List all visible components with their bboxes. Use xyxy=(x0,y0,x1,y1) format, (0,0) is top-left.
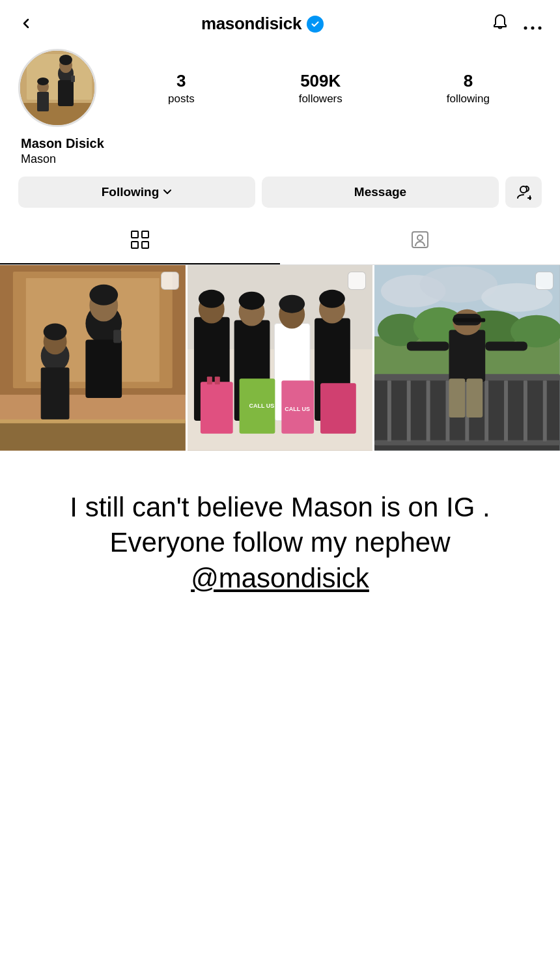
avatar[interactable] xyxy=(18,49,96,127)
top-bar: masondisick xyxy=(0,0,560,42)
back-button[interactable] xyxy=(18,14,34,35)
username-text: masondisick xyxy=(201,14,301,34)
svg-point-2 xyxy=(539,26,542,29)
bottom-text: I still can't believe Mason is on IG . E… xyxy=(26,490,534,597)
photo-select-3 xyxy=(535,272,553,290)
bottom-text-section: I still can't believe Mason is on IG . E… xyxy=(0,451,560,623)
tab-bar xyxy=(0,221,560,265)
following-button[interactable]: Following xyxy=(18,177,255,208)
svg-point-34 xyxy=(44,324,67,341)
svg-point-29 xyxy=(89,285,118,305)
photo-cell-3[interactable] xyxy=(374,265,560,451)
svg-rect-14 xyxy=(71,76,75,82)
svg-rect-85 xyxy=(407,341,449,350)
following-count: 8 xyxy=(464,71,473,91)
posts-stat[interactable]: 3 posts xyxy=(168,71,195,106)
display-name: Mason Disick xyxy=(21,136,539,151)
more-options-button[interactable] xyxy=(524,15,542,33)
notification-button[interactable] xyxy=(491,13,509,35)
svg-point-1 xyxy=(531,26,535,29)
grid-icon xyxy=(130,230,150,254)
svg-point-44 xyxy=(238,292,264,310)
mention-link[interactable]: @masondisick xyxy=(191,563,369,593)
tab-tagged[interactable] xyxy=(280,221,560,264)
photo-cell-1[interactable] xyxy=(0,265,186,451)
svg-rect-32 xyxy=(41,367,70,419)
message-label: Message xyxy=(354,185,406,199)
photo-select-2 xyxy=(348,272,366,290)
following-label: following xyxy=(447,92,490,106)
profile-section: 3 posts 509K followers 8 following Mason… xyxy=(0,42,560,208)
header-icons xyxy=(491,13,542,35)
svg-rect-53 xyxy=(214,376,219,384)
svg-rect-72 xyxy=(387,380,391,442)
svg-rect-27 xyxy=(85,339,122,398)
following-stat[interactable]: 8 following xyxy=(447,71,490,106)
svg-rect-51 xyxy=(201,382,233,434)
svg-rect-86 xyxy=(486,341,528,350)
posts-count: 3 xyxy=(176,71,186,91)
svg-rect-87 xyxy=(449,378,466,418)
followers-count: 509K xyxy=(300,71,341,91)
svg-rect-88 xyxy=(467,378,483,418)
svg-rect-30 xyxy=(113,330,121,343)
photo-select-1 xyxy=(161,272,179,290)
svg-text:CALL US: CALL US xyxy=(249,403,274,409)
chevron-down-icon xyxy=(163,188,172,197)
photo-grid: CALL US CALL US xyxy=(0,265,560,451)
svg-rect-80 xyxy=(543,380,547,442)
svg-point-10 xyxy=(59,55,72,65)
photo-1-image xyxy=(0,265,186,451)
photo-3-image xyxy=(374,265,560,451)
svg-rect-8 xyxy=(58,80,74,106)
posts-label: posts xyxy=(168,92,195,106)
svg-point-12 xyxy=(37,78,49,85)
svg-point-21 xyxy=(417,235,423,240)
svg-rect-77 xyxy=(485,380,489,442)
profile-header: 3 posts 509K followers 8 following xyxy=(18,49,542,127)
tab-grid[interactable] xyxy=(0,221,280,264)
svg-rect-36 xyxy=(0,419,186,423)
svg-text:CALL US: CALL US xyxy=(285,406,310,412)
svg-rect-52 xyxy=(207,376,212,384)
photo-cell-2[interactable]: CALL US CALL US xyxy=(188,265,373,451)
svg-point-50 xyxy=(319,290,345,308)
message-button[interactable]: Message xyxy=(262,177,499,208)
tagged-icon xyxy=(410,230,430,254)
name-section: Mason Disick Mason xyxy=(18,136,542,166)
svg-rect-5 xyxy=(20,103,96,127)
followers-stat[interactable]: 509K followers xyxy=(299,71,343,106)
username-area: masondisick xyxy=(201,14,324,34)
svg-rect-17 xyxy=(142,231,148,238)
stats-container: 3 posts 509K followers 8 following xyxy=(116,71,542,106)
svg-rect-16 xyxy=(132,231,138,238)
bio-text: Mason xyxy=(21,152,539,166)
add-person-icon xyxy=(516,184,531,200)
svg-point-47 xyxy=(279,295,305,313)
svg-rect-81 xyxy=(449,330,486,382)
following-label: Following xyxy=(102,185,160,199)
svg-rect-13 xyxy=(37,92,49,111)
svg-rect-73 xyxy=(407,380,411,442)
svg-rect-78 xyxy=(504,380,508,442)
svg-point-15 xyxy=(520,186,527,193)
svg-rect-79 xyxy=(524,380,527,442)
avatar-image xyxy=(20,51,96,127)
photo-2-image: CALL US CALL US xyxy=(188,265,373,451)
action-buttons: Following Message xyxy=(18,177,542,208)
bottom-text-content: I still can't believe Mason is on IG . E… xyxy=(70,492,490,558)
svg-rect-74 xyxy=(427,380,430,442)
svg-rect-58 xyxy=(320,383,356,434)
verified-badge xyxy=(307,16,324,33)
svg-point-0 xyxy=(524,26,527,29)
svg-rect-35 xyxy=(0,421,186,451)
add-friend-button[interactable] xyxy=(505,177,542,208)
svg-rect-19 xyxy=(142,242,148,248)
svg-point-41 xyxy=(199,290,225,308)
svg-rect-18 xyxy=(132,242,138,248)
followers-label: followers xyxy=(299,92,343,106)
svg-rect-84 xyxy=(453,319,486,322)
